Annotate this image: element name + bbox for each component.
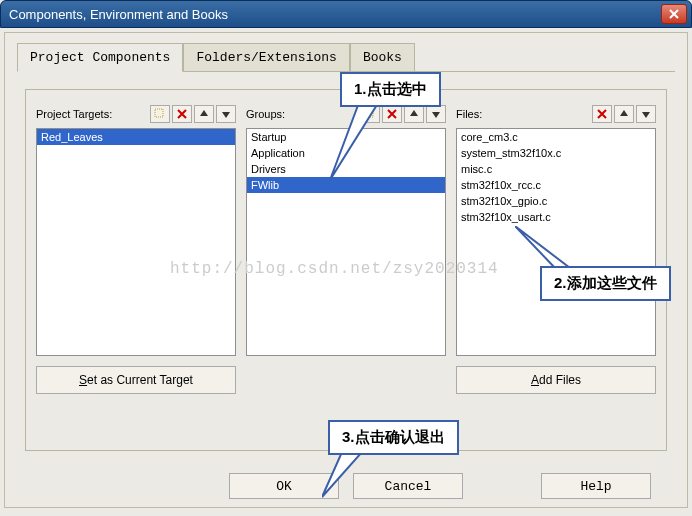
tabs: Project Components Folders/Extensions Bo… [5,33,687,71]
targets-down-button[interactable] [216,105,236,123]
callout-3-tail [322,452,382,502]
targets-column: Project Targets: Red_Leaves Set as Curre… [36,104,236,394]
arrow-up-icon [409,109,419,119]
list-item[interactable]: core_cm3.c [457,129,655,145]
svg-marker-3 [515,226,570,268]
files-up-button[interactable] [614,105,634,123]
list-item[interactable]: misc.c [457,161,655,177]
targets-new-button[interactable] [150,105,170,123]
targets-up-button[interactable] [194,105,214,123]
close-button[interactable] [661,4,687,24]
titlebar: Components, Environment and Books [0,0,692,28]
list-item[interactable]: stm32f10x_gpio.c [457,193,655,209]
close-icon [669,9,679,19]
delete-icon [177,109,187,119]
files-label: Files: [456,108,590,120]
delete-icon [597,109,607,119]
window-title: Components, Environment and Books [5,7,661,22]
add-files-button[interactable]: Add Files [456,366,656,394]
arrow-up-icon [619,109,629,119]
groups-down-button[interactable] [426,105,446,123]
tab-project-components[interactable]: Project Components [17,43,183,72]
groups-up-button[interactable] [404,105,424,123]
list-item[interactable]: stm32f10x_rcc.c [457,177,655,193]
svg-rect-0 [155,109,163,117]
arrow-up-icon [199,109,209,119]
targets-label: Project Targets: [36,108,148,120]
targets-delete-button[interactable] [172,105,192,123]
files-down-button[interactable] [636,105,656,123]
arrow-down-icon [221,109,231,119]
callout-3: 3.点击确认退出 [328,420,459,455]
callout-1: 1.点击选中 [340,72,441,107]
svg-marker-4 [322,452,362,497]
help-button[interactable]: Help [541,473,651,499]
targets-list[interactable]: Red_Leaves [36,128,236,356]
tab-folders-extensions[interactable]: Folders/Extensions [183,43,349,71]
list-item[interactable]: Red_Leaves [37,129,235,145]
tab-books[interactable]: Books [350,43,415,71]
files-delete-button[interactable] [592,105,612,123]
callout-2: 2.添加这些文件 [540,266,671,301]
callout-1-tail [330,100,390,190]
list-item[interactable]: system_stm32f10x.c [457,145,655,161]
svg-marker-2 [330,100,380,180]
list-item[interactable]: stm32f10x_usart.c [457,209,655,225]
set-current-target-button[interactable]: Set as Current Target [36,366,236,394]
new-icon [154,108,166,120]
arrow-down-icon [641,109,651,119]
arrow-down-icon [431,109,441,119]
